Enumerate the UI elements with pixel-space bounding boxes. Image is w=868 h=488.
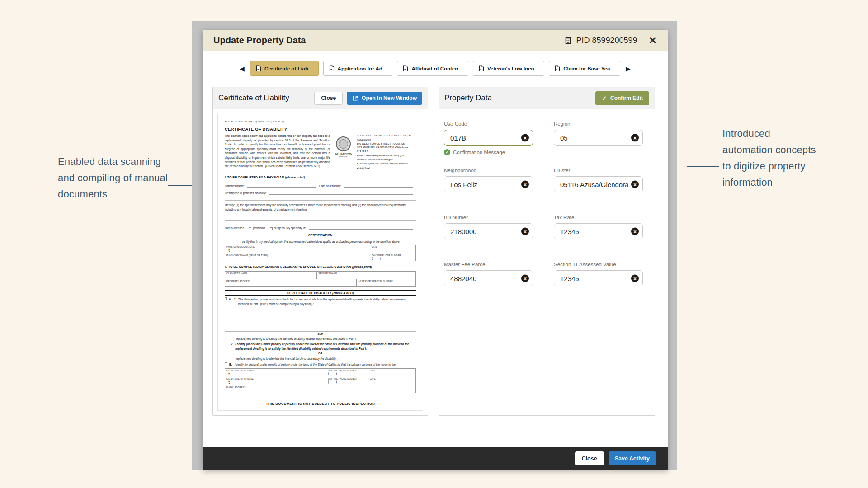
field-section-11-assessed-value: Section 11 Assessed Value ×	[554, 262, 650, 286]
document-viewer-panel: Certificate of Liability Close Open In N…	[212, 87, 428, 416]
tab-claim-for-base-yea[interactable]: Claim for Base Yea...	[549, 61, 620, 76]
doc-divider	[225, 399, 416, 399]
agency-line: Website: assessor.lacounty.gov	[357, 158, 416, 162]
physician-checkbox	[249, 227, 251, 230]
doc-patient-row: Patient's name: Date of disability:	[225, 184, 416, 188]
save-activity-button[interactable]: Save Activity	[609, 451, 656, 465]
clear-icon[interactable]: ×	[521, 134, 529, 142]
doc-header-block: The claimant listed below has applied to…	[225, 134, 416, 169]
document-panel-title: Certificate of Liability	[218, 94, 289, 103]
use-code-input[interactable]	[444, 130, 533, 146]
check-circle-icon: ✓	[444, 149, 450, 155]
clear-icon[interactable]: ×	[521, 275, 529, 282]
doc-cod-header: CERTIFICATE OF DISABILITY (check A or B)	[225, 290, 416, 296]
modal-title: Update Property Data	[213, 35, 306, 46]
pdf-file-icon	[479, 65, 484, 72]
doc-seal-block: JEFFREY PRANG Assessor	[333, 134, 354, 169]
open-in-new-window-button[interactable]: Open In New Window	[347, 92, 422, 105]
doc-licensed-row: I am a licensed physician surgeon. My sp…	[225, 226, 416, 230]
tab-veterans-low-inco[interactable]: Veteran's Low Inco...	[473, 61, 544, 76]
clear-icon[interactable]: ×	[631, 275, 639, 282]
field-label: Master Fee Parcel	[444, 262, 540, 267]
document-close-button[interactable]: Close	[314, 92, 343, 105]
doc-blank-line	[225, 220, 416, 221]
panels-row: Certificate of Liability Close Open In N…	[203, 87, 668, 416]
county-seal-icon	[336, 136, 351, 151]
clear-icon[interactable]: ×	[521, 181, 529, 188]
close-icon[interactable]: ✕	[649, 36, 657, 46]
tabs-next-icon[interactable]: ▶	[625, 65, 632, 72]
surgeon-checkbox	[270, 227, 273, 230]
clear-icon[interactable]: ×	[631, 228, 639, 235]
doc-and-word: AND	[225, 333, 416, 337]
field-label: Region	[554, 121, 650, 127]
clear-icon[interactable]: ×	[631, 134, 639, 142]
pdf-file-icon	[256, 65, 261, 72]
doc-footer-note: THIS DOCUMENT IS NOT SUBJECT TO PUBLIC I…	[225, 402, 416, 406]
tab-label: Certificate of Liab...	[264, 66, 313, 71]
certificate-of-disability-document: BOE-62-A REV. 04 (08-10) OWN-107 (REV. 9…	[217, 114, 423, 411]
external-link-icon	[352, 95, 358, 101]
doc-certify-statement: I certify that in my medical opinion the…	[225, 240, 416, 243]
doc-intro-paragraph: The claimant listed below has applied to…	[225, 134, 330, 169]
confirm-edit-button[interactable]: ✓ Confirm Edit	[595, 91, 649, 105]
annotation-left: Enabled data scanning and compiling of m…	[58, 154, 171, 202]
field-label: Section 11 Assessed Value	[554, 262, 650, 267]
pid-label: PID 8599200599	[576, 36, 637, 45]
doc-part1-header: I. TO BE COMPLETED BY A PHYSICIAN (pleas…	[225, 174, 416, 180]
field-label: Use Code	[444, 121, 540, 127]
confirmation-message: ✓ Confirmation Message	[444, 149, 540, 155]
tax-rate-input[interactable]	[554, 223, 643, 239]
agency-line: Si desea ayuda en Español, llame al núme…	[357, 162, 416, 170]
master-fee-parcel-input[interactable]	[444, 270, 533, 286]
agency-line: COUNTY OF LOS ANGELES • OFFICE OF THE AS…	[357, 134, 416, 142]
doc-part2-header: II. TO BE COMPLETED BY CLAIMANT, CLAIMAN…	[225, 264, 416, 269]
tab-application-for-ad[interactable]: Application for Ad...	[323, 61, 393, 76]
field-master-fee-parcel: Master Fee Parcel ×	[444, 262, 540, 286]
agency-line: 500 WEST TEMPLE STREET ROOM 205	[357, 142, 416, 146]
pdf-file-icon	[555, 65, 560, 72]
section-11-assessed-value-input[interactable]	[554, 270, 643, 286]
building-icon	[564, 37, 572, 44]
document-tab-strip: ◀ Certificate of Liab... Application for…	[203, 61, 668, 76]
region-input[interactable]	[554, 130, 643, 146]
physician-signature-table: Physician's Signaturet Date Physician's …	[225, 245, 416, 262]
field-label: Cluster	[554, 168, 650, 173]
property-data-panel: Property Data ✓ Confirm Edit Use Code ×	[439, 87, 655, 416]
tab-certificate-of-liability[interactable]: Certificate of Liab...	[250, 61, 319, 76]
field-cluster: Cluster ×	[554, 168, 650, 192]
page: { "annotations": { "left": { "text": "En…	[0, 0, 868, 488]
agency-line: LOS ANGELES, CA 90012-2770 • Telephone 2…	[357, 145, 416, 154]
property-panel-header: Property Data ✓ Confirm Edit	[439, 87, 655, 109]
update-property-data-modal: Update Property Data PID 8599200599 ✕ ◀ …	[203, 30, 668, 470]
modal-body: ◀ Certificate of Liab... Application for…	[203, 51, 668, 447]
doc-or-word: OR	[225, 352, 416, 356]
doc-cod-section: A: 1. The claimant or spouse must descri…	[225, 297, 416, 366]
field-label: Neighborhood	[444, 168, 540, 173]
property-panel-title: Property Data	[444, 94, 492, 103]
open-button-label: Open In New Window	[362, 95, 417, 101]
property-form: Use Code × ✓ Confirmation Message R	[439, 109, 655, 415]
claimant-info-table: Claimant's Name Spouse's Name Property A…	[225, 271, 416, 287]
field-label: Bill Numer	[444, 215, 540, 220]
modal-header-right: PID 8599200599 ✕	[564, 36, 657, 46]
annotation-connector-right	[687, 166, 719, 167]
field-region: Region ×	[554, 121, 650, 155]
tab-affidavit-of-conten[interactable]: Affidavit of Conten...	[397, 61, 468, 76]
tab-label: Veteran's Low Inco...	[487, 66, 538, 71]
bill-numer-input[interactable]	[444, 223, 533, 239]
claimant-signature-table: Signature of Claimantt Daytime Phone Num…	[225, 368, 416, 393]
option-a-checkbox	[225, 297, 227, 300]
cluster-input[interactable]	[554, 176, 643, 192]
footer-close-button[interactable]: Close	[575, 451, 604, 465]
neighborhood-input[interactable]	[444, 176, 533, 192]
modal-footer: Close Save Activity	[203, 447, 668, 470]
agency-line: Email: Oservices@assessor.lacounty.gov	[357, 154, 416, 158]
annotation-right: Introduced automation concepts to digiti…	[722, 126, 820, 191]
tabs-prev-icon[interactable]: ◀	[239, 65, 245, 72]
field-tax-rate: Tax Rate ×	[554, 215, 650, 239]
clear-icon[interactable]: ×	[631, 181, 639, 188]
doc-form-number: BOE-62-A REV. 04 (08-10) OWN-107 (REV. 9…	[225, 120, 416, 123]
clear-icon[interactable]: ×	[521, 228, 529, 235]
pdf-file-icon	[403, 65, 408, 72]
